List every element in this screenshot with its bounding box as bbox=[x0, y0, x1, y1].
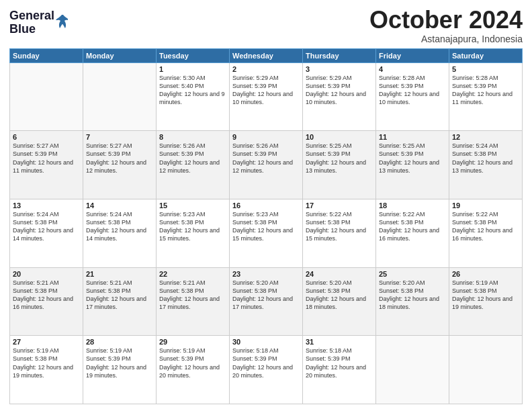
day-number: 8 bbox=[159, 133, 226, 141]
month-title: October 2024 bbox=[369, 7, 523, 34]
day-info: Sunrise: 5:20 AMSunset: 5:38 PMDaylight:… bbox=[306, 279, 373, 312]
day-info: Sunrise: 5:24 AMSunset: 5:38 PMDaylight:… bbox=[86, 210, 153, 243]
calendar-week-row: 27Sunrise: 5:19 AMSunset: 5:38 PMDayligh… bbox=[10, 336, 523, 404]
day-info: Sunrise: 5:21 AMSunset: 5:38 PMDaylight:… bbox=[159, 279, 226, 312]
day-number: 12 bbox=[452, 133, 519, 141]
logo-text: General Blue bbox=[9, 9, 54, 36]
weekday-header-thursday: Thursday bbox=[303, 48, 376, 62]
day-number: 28 bbox=[86, 338, 153, 346]
calendar-cell: 10Sunrise: 5:25 AMSunset: 5:39 PMDayligh… bbox=[303, 131, 376, 199]
day-info: Sunrise: 5:22 AMSunset: 5:38 PMDaylight:… bbox=[452, 210, 519, 243]
day-info: Sunrise: 5:22 AMSunset: 5:38 PMDaylight:… bbox=[306, 210, 373, 243]
day-number: 25 bbox=[379, 270, 446, 278]
calendar-cell: 3Sunrise: 5:29 AMSunset: 5:39 PMDaylight… bbox=[303, 62, 376, 131]
day-info: Sunrise: 5:26 AMSunset: 5:39 PMDaylight:… bbox=[232, 142, 300, 175]
weekday-header-sunday: Sunday bbox=[10, 48, 83, 62]
calendar-week-row: 20Sunrise: 5:21 AMSunset: 5:38 PMDayligh… bbox=[10, 267, 523, 336]
calendar-cell: 1Sunrise: 5:30 AMSunset: 5:40 PMDaylight… bbox=[157, 62, 230, 131]
calendar-cell: 17Sunrise: 5:22 AMSunset: 5:38 PMDayligh… bbox=[303, 199, 376, 267]
day-number: 1 bbox=[159, 65, 226, 73]
weekday-header-tuesday: Tuesday bbox=[157, 48, 230, 62]
day-info: Sunrise: 5:28 AMSunset: 5:39 PMDaylight:… bbox=[452, 74, 519, 107]
day-number: 30 bbox=[232, 338, 300, 346]
day-number: 29 bbox=[159, 338, 226, 346]
weekday-header-monday: Monday bbox=[83, 48, 157, 62]
calendar-page: General Blue October 2024 Astanajapura, … bbox=[0, 0, 532, 411]
day-number: 26 bbox=[452, 270, 519, 278]
day-number: 7 bbox=[86, 133, 153, 141]
day-info: Sunrise: 5:29 AMSunset: 5:39 PMDaylight:… bbox=[306, 74, 373, 107]
calendar-cell: 29Sunrise: 5:19 AMSunset: 5:39 PMDayligh… bbox=[157, 336, 230, 404]
calendar-cell: 4Sunrise: 5:28 AMSunset: 5:39 PMDaylight… bbox=[376, 62, 449, 131]
calendar-table: SundayMondayTuesdayWednesdayThursdayFrid… bbox=[9, 48, 523, 404]
location-subtitle: Astanajapura, Indonesia bbox=[369, 34, 523, 44]
day-number: 20 bbox=[13, 270, 80, 278]
calendar-cell: 24Sunrise: 5:20 AMSunset: 5:38 PMDayligh… bbox=[303, 267, 376, 336]
day-info: Sunrise: 5:25 AMSunset: 5:39 PMDaylight:… bbox=[306, 142, 373, 175]
day-number: 10 bbox=[306, 133, 373, 141]
calendar-cell: 23Sunrise: 5:20 AMSunset: 5:38 PMDayligh… bbox=[230, 267, 303, 336]
calendar-cell: 11Sunrise: 5:25 AMSunset: 5:39 PMDayligh… bbox=[376, 131, 449, 199]
day-number: 13 bbox=[13, 201, 80, 210]
calendar-cell: 13Sunrise: 5:24 AMSunset: 5:38 PMDayligh… bbox=[10, 199, 83, 267]
day-info: Sunrise: 5:29 AMSunset: 5:39 PMDaylight:… bbox=[232, 74, 300, 107]
calendar-cell: 30Sunrise: 5:18 AMSunset: 5:39 PMDayligh… bbox=[230, 336, 303, 404]
day-number: 24 bbox=[306, 270, 373, 278]
logo-line1: General bbox=[9, 9, 54, 23]
calendar-cell bbox=[449, 336, 523, 404]
day-number: 18 bbox=[379, 201, 446, 210]
day-number: 27 bbox=[13, 338, 80, 346]
day-info: Sunrise: 5:19 AMSunset: 5:39 PMDaylight:… bbox=[159, 347, 226, 379]
day-number: 22 bbox=[159, 270, 226, 278]
calendar-cell bbox=[10, 62, 83, 131]
calendar-cell: 8Sunrise: 5:26 AMSunset: 5:39 PMDaylight… bbox=[157, 131, 230, 199]
calendar-cell: 7Sunrise: 5:27 AMSunset: 5:39 PMDaylight… bbox=[83, 131, 157, 199]
day-info: Sunrise: 5:30 AMSunset: 5:40 PMDaylight:… bbox=[159, 74, 226, 107]
weekday-header-wednesday: Wednesday bbox=[230, 48, 303, 62]
day-number: 5 bbox=[452, 65, 519, 73]
logo-line2: Blue bbox=[9, 23, 54, 36]
logo-bird-icon bbox=[56, 15, 68, 30]
day-number: 4 bbox=[379, 65, 446, 73]
calendar-cell bbox=[376, 336, 449, 404]
calendar-cell: 22Sunrise: 5:21 AMSunset: 5:38 PMDayligh… bbox=[157, 267, 230, 336]
day-number: 19 bbox=[452, 201, 519, 210]
day-number: 15 bbox=[159, 201, 226, 210]
calendar-cell: 31Sunrise: 5:18 AMSunset: 5:39 PMDayligh… bbox=[303, 336, 376, 404]
calendar-week-row: 6Sunrise: 5:27 AMSunset: 5:39 PMDaylight… bbox=[10, 131, 523, 199]
logo: General Blue bbox=[9, 9, 68, 36]
day-info: Sunrise: 5:23 AMSunset: 5:38 PMDaylight:… bbox=[159, 210, 226, 243]
day-number: 31 bbox=[306, 338, 373, 346]
calendar-cell: 12Sunrise: 5:24 AMSunset: 5:38 PMDayligh… bbox=[449, 131, 523, 199]
day-info: Sunrise: 5:20 AMSunset: 5:38 PMDaylight:… bbox=[379, 279, 446, 312]
day-info: Sunrise: 5:28 AMSunset: 5:39 PMDaylight:… bbox=[379, 74, 446, 107]
day-info: Sunrise: 5:23 AMSunset: 5:38 PMDaylight:… bbox=[232, 210, 300, 243]
calendar-cell: 5Sunrise: 5:28 AMSunset: 5:39 PMDaylight… bbox=[449, 62, 523, 131]
day-number: 16 bbox=[232, 201, 300, 210]
calendar-cell: 15Sunrise: 5:23 AMSunset: 5:38 PMDayligh… bbox=[157, 199, 230, 267]
calendar-week-row: 1Sunrise: 5:30 AMSunset: 5:40 PMDaylight… bbox=[10, 62, 523, 131]
day-number: 11 bbox=[379, 133, 446, 141]
day-info: Sunrise: 5:20 AMSunset: 5:38 PMDaylight:… bbox=[232, 279, 300, 312]
day-number: 9 bbox=[232, 133, 300, 141]
calendar-cell: 21Sunrise: 5:21 AMSunset: 5:38 PMDayligh… bbox=[83, 267, 157, 336]
title-block: October 2024 Astanajapura, Indonesia bbox=[369, 7, 523, 44]
day-info: Sunrise: 5:18 AMSunset: 5:39 PMDaylight:… bbox=[232, 347, 300, 379]
day-number: 3 bbox=[306, 65, 373, 73]
day-info: Sunrise: 5:19 AMSunset: 5:38 PMDaylight:… bbox=[452, 279, 519, 312]
calendar-cell: 9Sunrise: 5:26 AMSunset: 5:39 PMDaylight… bbox=[230, 131, 303, 199]
weekday-header-saturday: Saturday bbox=[449, 48, 523, 62]
day-number: 23 bbox=[232, 270, 300, 278]
day-info: Sunrise: 5:19 AMSunset: 5:39 PMDaylight:… bbox=[86, 347, 153, 379]
day-info: Sunrise: 5:21 AMSunset: 5:38 PMDaylight:… bbox=[13, 279, 80, 312]
day-info: Sunrise: 5:26 AMSunset: 5:39 PMDaylight:… bbox=[159, 142, 226, 175]
weekday-header-friday: Friday bbox=[376, 48, 449, 62]
calendar-cell: 26Sunrise: 5:19 AMSunset: 5:38 PMDayligh… bbox=[449, 267, 523, 336]
calendar-cell: 14Sunrise: 5:24 AMSunset: 5:38 PMDayligh… bbox=[83, 199, 157, 267]
calendar-cell: 28Sunrise: 5:19 AMSunset: 5:39 PMDayligh… bbox=[83, 336, 157, 404]
calendar-cell: 18Sunrise: 5:22 AMSunset: 5:38 PMDayligh… bbox=[376, 199, 449, 267]
day-number: 6 bbox=[13, 133, 80, 141]
day-info: Sunrise: 5:27 AMSunset: 5:39 PMDaylight:… bbox=[13, 142, 80, 175]
calendar-cell: 27Sunrise: 5:19 AMSunset: 5:38 PMDayligh… bbox=[10, 336, 83, 404]
calendar-week-row: 13Sunrise: 5:24 AMSunset: 5:38 PMDayligh… bbox=[10, 199, 523, 267]
